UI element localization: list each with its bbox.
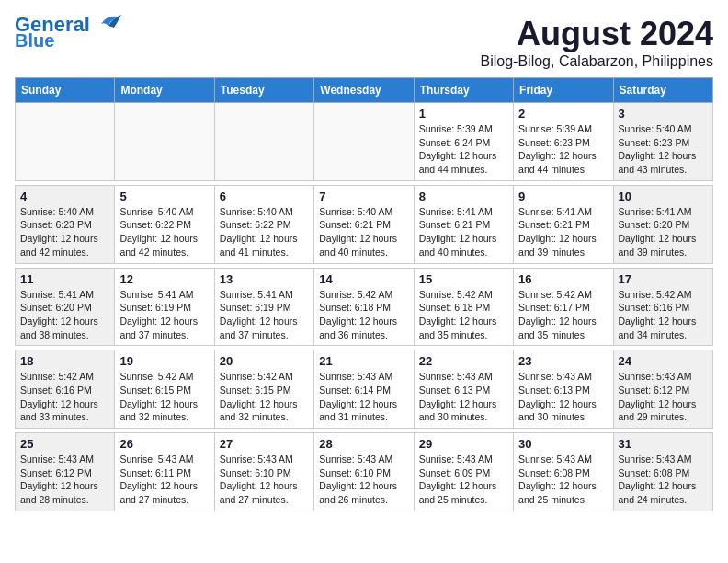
header-friday: Friday — [514, 78, 613, 103]
page-title: August 2024 — [481, 15, 713, 53]
cell-daylight-info: Sunrise: 5:41 AM Sunset: 6:19 PM Dayligh… — [119, 288, 209, 342]
calendar-cell: 13Sunrise: 5:41 AM Sunset: 6:19 PM Dayli… — [214, 268, 313, 346]
calendar-cell: 26Sunrise: 5:43 AM Sunset: 6:11 PM Dayli… — [115, 433, 214, 511]
cell-date-number: 19 — [119, 354, 209, 368]
cell-daylight-info: Sunrise: 5:41 AM Sunset: 6:21 PM Dayligh… — [419, 205, 508, 259]
cell-daylight-info: Sunrise: 5:43 AM Sunset: 6:11 PM Dayligh… — [119, 453, 209, 507]
calendar-cell — [115, 103, 214, 181]
calendar-cell: 1Sunrise: 5:39 AM Sunset: 6:24 PM Daylig… — [414, 103, 513, 181]
title-block: August 2024 Bilog-Bilog, Calabarzon, Phi… — [481, 15, 713, 70]
calendar-cell: 10Sunrise: 5:41 AM Sunset: 6:20 PM Dayli… — [613, 185, 712, 263]
cell-daylight-info: Sunrise: 5:43 AM Sunset: 6:09 PM Dayligh… — [419, 453, 508, 507]
calendar-cell: 30Sunrise: 5:43 AM Sunset: 6:08 PM Dayli… — [514, 433, 613, 511]
calendar-cell: 20Sunrise: 5:42 AM Sunset: 6:15 PM Dayli… — [214, 350, 313, 429]
header-sunday: Sunday — [16, 78, 115, 103]
calendar-cell — [214, 103, 313, 181]
calendar-cell: 4Sunrise: 5:40 AM Sunset: 6:23 PM Daylig… — [16, 185, 115, 263]
cell-date-number: 17 — [619, 272, 708, 286]
cell-date-number: 14 — [319, 272, 408, 286]
cell-daylight-info: Sunrise: 5:43 AM Sunset: 6:12 PM Dayligh… — [619, 370, 708, 424]
cell-date-number: 20 — [220, 354, 309, 368]
cell-date-number: 26 — [119, 437, 209, 451]
calendar-cell: 3Sunrise: 5:40 AM Sunset: 6:23 PM Daylig… — [613, 103, 712, 181]
header-thursday: Thursday — [414, 78, 513, 103]
cell-date-number: 11 — [20, 272, 109, 286]
calendar-cell — [16, 103, 115, 181]
cell-date-number: 9 — [518, 190, 608, 203]
cell-daylight-info: Sunrise: 5:43 AM Sunset: 6:10 PM Dayligh… — [319, 453, 408, 507]
cell-date-number: 10 — [619, 190, 708, 203]
cell-daylight-info: Sunrise: 5:39 AM Sunset: 6:24 PM Dayligh… — [419, 122, 508, 177]
cell-date-number: 27 — [220, 437, 309, 451]
cell-daylight-info: Sunrise: 5:43 AM Sunset: 6:13 PM Dayligh… — [419, 370, 508, 424]
cell-date-number: 22 — [419, 354, 508, 368]
cell-date-number: 31 — [619, 437, 708, 451]
cell-date-number: 13 — [220, 272, 309, 286]
cell-date-number: 7 — [319, 190, 408, 203]
cell-daylight-info: Sunrise: 5:42 AM Sunset: 6:18 PM Dayligh… — [319, 288, 408, 342]
cell-daylight-info: Sunrise: 5:43 AM Sunset: 6:13 PM Dayligh… — [518, 370, 608, 424]
calendar-cell: 14Sunrise: 5:42 AM Sunset: 6:18 PM Dayli… — [314, 268, 414, 346]
page-subtitle: Bilog-Bilog, Calabarzon, Philippines — [481, 53, 713, 70]
cell-daylight-info: Sunrise: 5:40 AM Sunset: 6:21 PM Dayligh… — [319, 205, 408, 259]
cell-date-number: 8 — [419, 190, 508, 203]
cell-date-number: 12 — [119, 272, 209, 286]
cell-daylight-info: Sunrise: 5:40 AM Sunset: 6:23 PM Dayligh… — [619, 122, 708, 177]
cell-date-number: 2 — [518, 107, 608, 121]
cell-date-number: 29 — [419, 437, 508, 451]
calendar-header-row: SundayMondayTuesdayWednesdayThursdayFrid… — [16, 78, 713, 103]
calendar-week-4: 18Sunrise: 5:42 AM Sunset: 6:16 PM Dayli… — [16, 350, 713, 429]
cell-date-number: 30 — [518, 437, 608, 451]
cell-date-number: 25 — [20, 437, 109, 451]
cell-daylight-info: Sunrise: 5:41 AM Sunset: 6:20 PM Dayligh… — [619, 205, 708, 259]
cell-daylight-info: Sunrise: 5:41 AM Sunset: 6:21 PM Dayligh… — [518, 205, 608, 259]
calendar-cell: 28Sunrise: 5:43 AM Sunset: 6:10 PM Dayli… — [314, 433, 414, 511]
calendar-cell: 22Sunrise: 5:43 AM Sunset: 6:13 PM Dayli… — [414, 350, 513, 429]
header-saturday: Saturday — [613, 78, 712, 103]
calendar-week-2: 4Sunrise: 5:40 AM Sunset: 6:23 PM Daylig… — [16, 185, 713, 263]
cell-date-number: 16 — [518, 272, 608, 286]
cell-daylight-info: Sunrise: 5:43 AM Sunset: 6:14 PM Dayligh… — [319, 370, 408, 424]
cell-date-number: 5 — [119, 190, 209, 203]
calendar-cell: 25Sunrise: 5:43 AM Sunset: 6:12 PM Dayli… — [16, 433, 115, 511]
calendar-cell: 17Sunrise: 5:42 AM Sunset: 6:16 PM Dayli… — [613, 268, 712, 346]
cell-daylight-info: Sunrise: 5:42 AM Sunset: 6:16 PM Dayligh… — [619, 288, 708, 342]
cell-daylight-info: Sunrise: 5:43 AM Sunset: 6:12 PM Dayligh… — [20, 453, 109, 507]
cell-daylight-info: Sunrise: 5:40 AM Sunset: 6:22 PM Dayligh… — [220, 205, 309, 259]
logo-bird-icon — [92, 13, 121, 33]
logo-blue-text: Blue — [15, 31, 54, 50]
calendar-cell: 29Sunrise: 5:43 AM Sunset: 6:09 PM Dayli… — [414, 433, 513, 511]
cell-date-number: 4 — [20, 190, 109, 203]
calendar-cell: 11Sunrise: 5:41 AM Sunset: 6:20 PM Dayli… — [16, 268, 115, 346]
header-tuesday: Tuesday — [214, 78, 313, 103]
calendar-table: SundayMondayTuesdayWednesdayThursdayFrid… — [15, 77, 713, 511]
cell-daylight-info: Sunrise: 5:42 AM Sunset: 6:16 PM Dayligh… — [20, 370, 109, 424]
cell-daylight-info: Sunrise: 5:41 AM Sunset: 6:20 PM Dayligh… — [20, 288, 109, 342]
cell-daylight-info: Sunrise: 5:43 AM Sunset: 6:08 PM Dayligh… — [518, 453, 608, 507]
calendar-cell: 12Sunrise: 5:41 AM Sunset: 6:19 PM Dayli… — [115, 268, 214, 346]
calendar-cell: 7Sunrise: 5:40 AM Sunset: 6:21 PM Daylig… — [314, 185, 414, 263]
calendar-cell: 24Sunrise: 5:43 AM Sunset: 6:12 PM Dayli… — [613, 350, 712, 429]
calendar-cell: 2Sunrise: 5:39 AM Sunset: 6:23 PM Daylig… — [514, 103, 613, 181]
cell-date-number: 23 — [518, 354, 608, 368]
calendar-week-5: 25Sunrise: 5:43 AM Sunset: 6:12 PM Dayli… — [16, 433, 713, 511]
calendar-cell: 18Sunrise: 5:42 AM Sunset: 6:16 PM Dayli… — [16, 350, 115, 429]
calendar-cell — [314, 103, 414, 181]
calendar-cell: 16Sunrise: 5:42 AM Sunset: 6:17 PM Dayli… — [514, 268, 613, 346]
cell-date-number: 1 — [419, 107, 508, 121]
cell-daylight-info: Sunrise: 5:39 AM Sunset: 6:23 PM Dayligh… — [518, 122, 608, 177]
logo: General Blue — [15, 15, 121, 50]
cell-daylight-info: Sunrise: 5:42 AM Sunset: 6:18 PM Dayligh… — [419, 288, 508, 342]
cell-daylight-info: Sunrise: 5:41 AM Sunset: 6:19 PM Dayligh… — [220, 288, 309, 342]
header-monday: Monday — [115, 78, 214, 103]
calendar-cell: 9Sunrise: 5:41 AM Sunset: 6:21 PM Daylig… — [514, 185, 613, 263]
calendar-cell: 15Sunrise: 5:42 AM Sunset: 6:18 PM Dayli… — [414, 268, 513, 346]
cell-daylight-info: Sunrise: 5:42 AM Sunset: 6:17 PM Dayligh… — [518, 288, 608, 342]
calendar-cell: 8Sunrise: 5:41 AM Sunset: 6:21 PM Daylig… — [414, 185, 513, 263]
cell-daylight-info: Sunrise: 5:40 AM Sunset: 6:23 PM Dayligh… — [20, 205, 109, 259]
calendar-cell: 21Sunrise: 5:43 AM Sunset: 6:14 PM Dayli… — [314, 350, 414, 429]
cell-daylight-info: Sunrise: 5:42 AM Sunset: 6:15 PM Dayligh… — [220, 370, 309, 424]
cell-date-number: 24 — [619, 354, 708, 368]
cell-daylight-info: Sunrise: 5:40 AM Sunset: 6:22 PM Dayligh… — [119, 205, 209, 259]
cell-date-number: 28 — [319, 437, 408, 451]
